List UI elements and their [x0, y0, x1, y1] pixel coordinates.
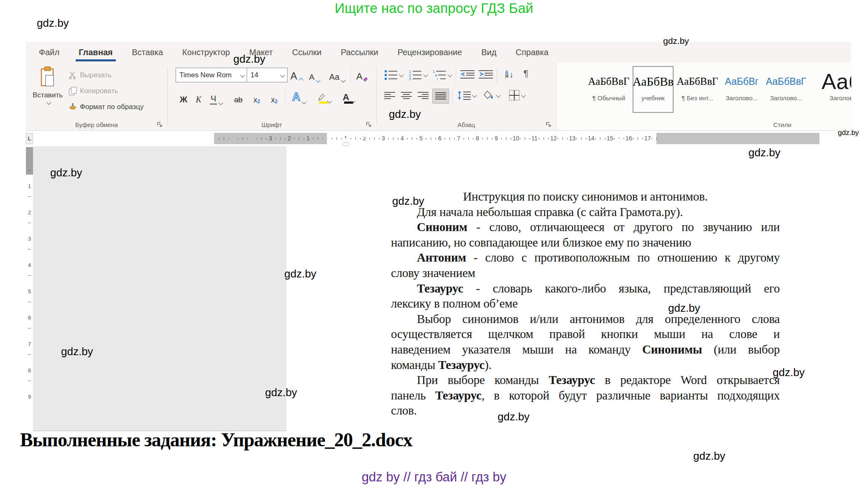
clipboard-dialog-launcher-icon[interactable]: [157, 122, 163, 128]
cut-button[interactable]: Вырезать: [69, 69, 112, 82]
vertical-ruler[interactable]: 123456789: [26, 146, 33, 431]
clear-formatting-label: А: [356, 71, 363, 82]
highlight-color-button[interactable]: [313, 87, 334, 104]
tab-review[interactable]: Рецензирование: [388, 42, 472, 63]
shading-button[interactable]: [481, 89, 503, 102]
ruler-number: 5: [419, 135, 424, 142]
superscript-small: 2: [275, 99, 278, 104]
tab-design[interactable]: Конструктор: [173, 42, 240, 63]
chevron-down-icon: [240, 73, 245, 77]
ruler-tick: [280, 137, 281, 140]
ruler-tick: [369, 138, 370, 139]
document-text[interactable]: Инструкция по поиску синонимов и антоним…: [391, 189, 780, 418]
left-indent-marker[interactable]: [343, 143, 349, 145]
bold-text-run: Синоним: [417, 220, 467, 234]
style-card-1[interactable]: АаБбВвГ¶ Обычный: [588, 66, 629, 113]
align-right-button[interactable]: [416, 89, 431, 102]
paragraph-dialog-launcher-icon[interactable]: [546, 122, 552, 128]
numbering-button[interactable]: 1 2 3: [406, 69, 429, 81]
align-left-button[interactable]: [382, 89, 397, 102]
ruler-number: 3: [381, 135, 386, 142]
styles-group-label: Стили: [740, 121, 824, 128]
bold-button[interactable]: Ж: [176, 89, 191, 105]
style-label: Заголово...: [766, 94, 807, 102]
line-spacing-button[interactable]: [456, 89, 477, 102]
font-dialog-launcher-icon[interactable]: [366, 122, 372, 128]
change-case-button[interactable]: Аа: [326, 66, 348, 83]
style-label: ¶ Без инт...: [677, 94, 718, 102]
borders-button[interactable]: [505, 89, 528, 102]
ruler-tick: [633, 138, 633, 139]
style-card-4[interactable]: АаБбВгЗаголово...: [721, 66, 762, 113]
chevron-down-icon: [302, 99, 306, 104]
numbering-icon: 1 2 3: [408, 69, 422, 80]
style-label: Заголов: [810, 94, 851, 102]
font-size-select[interactable]: 14: [247, 68, 288, 82]
tab-insert[interactable]: Вставка: [123, 42, 173, 63]
style-card-6[interactable]: АабЗаголов: [810, 66, 851, 113]
justify-icon: [435, 92, 446, 100]
italic-button[interactable]: К: [192, 89, 205, 105]
multilevel-list-button[interactable]: 1 a i: [431, 69, 453, 81]
tab-references[interactable]: Ссылки: [283, 42, 331, 63]
gdz-tagline: gdz by // гдз бай // гдз by: [0, 470, 868, 485]
copy-button[interactable]: Копировать: [69, 84, 118, 98]
tab-mailings[interactable]: Рассылки: [331, 42, 388, 63]
style-card-3[interactable]: АаБбВвГ¶ Без инт...: [677, 66, 718, 113]
decrease-indent-button[interactable]: [459, 69, 476, 81]
document-line: лексику в полном об’еме: [391, 296, 780, 311]
styles-gallery: АаБбВвГ¶ ОбычныйАаБбВвучебникАаБбВвГ¶ Бе…: [588, 66, 851, 114]
align-center-button[interactable]: [399, 89, 414, 102]
align-right-icon: [418, 92, 429, 100]
caret-up-icon: [299, 78, 303, 82]
document-line: слов.: [391, 403, 780, 418]
text-run: Для начала небольшая справка (с сайта Гр…: [417, 205, 683, 219]
gdz-watermark: gdz.by: [663, 36, 689, 46]
font-color-button[interactable]: А: [338, 87, 360, 104]
paste-button[interactable]: Вставить: [28, 66, 67, 120]
grow-font-button[interactable]: А: [288, 66, 305, 83]
ruler-number: 14: [588, 135, 593, 142]
ruler-number: 5: [26, 288, 33, 295]
gdz-watermark: gdz.by: [37, 17, 69, 30]
style-card-2[interactable]: АаБбВвучебник: [633, 66, 674, 113]
increase-indent-button[interactable]: [477, 69, 494, 81]
tab-home[interactable]: Главная: [69, 42, 122, 63]
gdz-watermark: gdz.by: [693, 450, 725, 463]
ruler-tick: [379, 138, 380, 139]
tab-stop-selector[interactable]: L: [26, 133, 33, 144]
tab-file[interactable]: Файл: [29, 42, 69, 63]
justify-button[interactable]: [432, 89, 449, 104]
text-run: слову значением: [391, 266, 475, 280]
subscript-button[interactable]: x2: [249, 89, 264, 105]
text-run: лексику в полном об’еме: [391, 297, 518, 310]
gdz-watermark: gdz.by: [773, 366, 805, 379]
italic-label: К: [196, 95, 201, 104]
shrink-font-button[interactable]: А: [306, 66, 323, 83]
ruler-tick: [473, 138, 474, 139]
show-marks-button[interactable]: ¶: [520, 67, 532, 80]
format-painter-button[interactable]: Формат по образцу: [69, 100, 143, 114]
horizontal-ruler[interactable]: 3211234567891011121314151617: [214, 133, 819, 144]
bullets-button[interactable]: [382, 69, 405, 81]
underline-button[interactable]: Ч: [207, 89, 226, 105]
strikethrough-button[interactable]: ab: [230, 89, 247, 105]
font-name-select[interactable]: Times New Rom: [176, 68, 248, 82]
ruler-tick: [548, 138, 549, 139]
tab-help[interactable]: Справка: [506, 42, 558, 63]
document-line: осуществляется щелчком правой кнопки мыш…: [391, 326, 780, 342]
gdz-watermark: gdz.by: [392, 195, 424, 208]
align-center-icon: [401, 92, 412, 100]
clear-formatting-button[interactable]: А: [353, 66, 371, 83]
superscript-button[interactable]: x2: [267, 89, 282, 105]
ruler-number: 1: [306, 135, 311, 142]
text-run: При выборе команды: [417, 373, 549, 387]
style-card-5[interactable]: АаБбВвГЗаголово...: [766, 66, 807, 113]
gdz-watermark: gdz.by: [389, 108, 421, 121]
tab-view[interactable]: Вид: [472, 42, 506, 63]
style-sample: АаБбВвГ: [677, 69, 718, 94]
ruler-tick: [586, 138, 587, 139]
sort-button[interactable]: А Я ↓: [500, 68, 518, 81]
arrow-down-icon: ↓: [509, 70, 513, 79]
text-effects-button[interactable]: А: [288, 88, 309, 104]
